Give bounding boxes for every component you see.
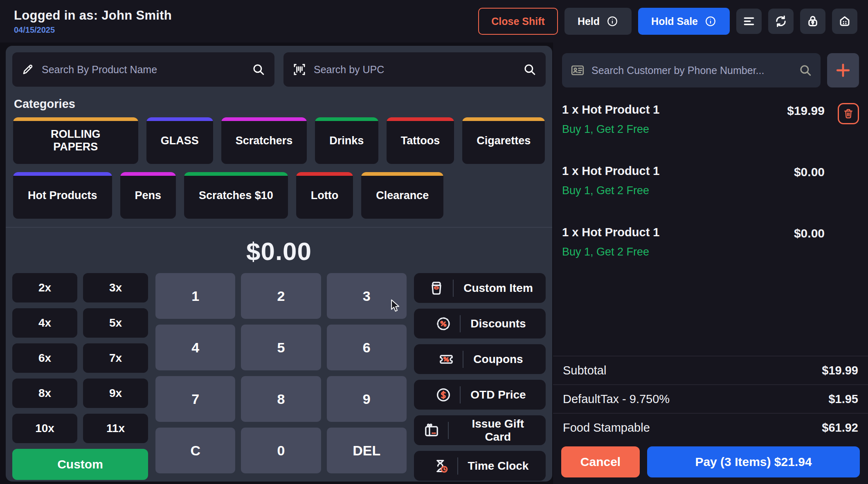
cart-item-remove-cell (825, 103, 859, 124)
category-cigarettes[interactable]: Cigarettes (462, 117, 545, 164)
key-9[interactable]: 9 (327, 376, 407, 422)
action-label: Issue Gift Card (459, 417, 537, 444)
cart-item-name: 1 x Hot Product 1 (562, 164, 755, 178)
cart-item-info: 1 x Hot Product 1 Buy 1, Get 2 Free (562, 164, 755, 197)
product-search-box[interactable] (12, 52, 274, 87)
search-icon[interactable] (252, 63, 265, 76)
totals-section: Subtotal $19.99 DefaultTax - 9.750% $1.9… (553, 356, 868, 484)
keypad-area: 2x 3x 4x 5x 6x 7x 8x 9x 10x 11x Custom 1… (6, 273, 552, 481)
cart-item-price: $0.00 (755, 226, 825, 240)
customer-search-input[interactable] (591, 65, 792, 76)
category-accent-bar (13, 117, 138, 121)
category-label: Pens (135, 189, 162, 202)
category-label: Lotto (311, 189, 338, 202)
multiplier-5x[interactable]: 5x (83, 308, 148, 338)
hold-sale-button[interactable]: Hold Sale (638, 8, 730, 35)
category-pens[interactable]: Pens (120, 172, 176, 219)
barcode-icon (292, 63, 306, 76)
cash-drawer-icon (838, 14, 852, 28)
menu-icon (742, 14, 756, 28)
lock-button[interactable] (800, 9, 825, 34)
multiplier-4x[interactable]: 4x (12, 308, 77, 338)
category-label: Cigarettes (477, 134, 531, 147)
key-4[interactable]: 4 (155, 325, 235, 370)
menu-button[interactable] (736, 9, 762, 34)
cart-item: 1 x Hot Product 1 Buy 1, Get 2 Free $0.0… (562, 164, 859, 208)
food-stampable-row: Food Stampable $61.92 (553, 413, 868, 441)
cart-item-promo: Buy 1, Get 2 Free (562, 246, 755, 258)
custom-item-button[interactable]: Custom Item (414, 273, 546, 303)
multiplier-2x[interactable]: 2x (12, 273, 77, 302)
multiplier-11x[interactable]: 11x (83, 414, 148, 443)
product-search-input[interactable] (42, 64, 244, 76)
held-button[interactable]: Held (564, 8, 632, 35)
multiplier-10x[interactable]: 10x (12, 414, 77, 443)
category-drinks[interactable]: Drinks (315, 117, 378, 164)
key-1[interactable]: 1 (155, 273, 235, 319)
upc-search-input[interactable] (314, 64, 515, 76)
key-5[interactable]: 5 (241, 325, 321, 370)
section-divider (6, 227, 552, 228)
category-label: GLASS (161, 134, 199, 147)
multiplier-7x[interactable]: 7x (83, 343, 148, 373)
category-label: Hot Products (28, 189, 97, 202)
search-icon[interactable] (523, 63, 537, 76)
lock-icon (806, 14, 820, 28)
multiplier-9x[interactable]: 9x (83, 379, 148, 408)
cart-item-name: 1 x Hot Product 1 (562, 226, 755, 239)
dollar-circle-icon (434, 387, 453, 403)
otd-price-button[interactable]: OTD Price (414, 380, 546, 410)
pay-button[interactable]: Pay (3 Items) $21.94 (647, 446, 860, 477)
cash-drawer-button[interactable] (832, 9, 857, 34)
action-divider (453, 280, 454, 297)
tax-row: DefaultTax - 9.750% $1.95 (553, 384, 868, 413)
key-6[interactable]: 6 (327, 325, 407, 370)
key-clear[interactable]: C (155, 428, 235, 473)
action-label: Discounts (470, 317, 526, 330)
upc-search-box[interactable] (283, 52, 546, 87)
key-2[interactable]: 2 (241, 273, 321, 319)
remove-item-button[interactable] (838, 103, 859, 124)
search-icon[interactable] (798, 63, 812, 77)
category-rolling-papers[interactable]: ROLLING PAPERS (13, 117, 138, 164)
issue-gift-card-button[interactable]: Issue Gift Card (414, 415, 546, 445)
multiplier-8x[interactable]: 8x (12, 379, 77, 408)
cart-item-price: $19.99 (755, 104, 825, 118)
key-3[interactable]: 3 (327, 273, 407, 319)
action-label: Coupons (473, 353, 523, 366)
category-hot-products[interactable]: Hot Products (13, 172, 112, 219)
cart-panel: 1 x Hot Product 1 Buy 1, Get 2 Free $19.… (553, 43, 868, 484)
category-scratches-10[interactable]: Scratches $10 (184, 172, 288, 219)
box-icon (427, 280, 446, 296)
category-accent-bar (184, 172, 288, 176)
category-clearance[interactable]: Clearance (361, 172, 443, 219)
cancel-button[interactable]: Cancel (561, 446, 640, 477)
discounts-button[interactable]: Discounts (414, 309, 546, 338)
time-clock-button[interactable]: Time Clock (414, 451, 546, 481)
cart-item-promo: Buy 1, Get 2 Free (562, 184, 755, 197)
custom-quantity-button[interactable]: Custom (12, 449, 148, 480)
key-7[interactable]: 7 (155, 376, 235, 422)
action-divider (460, 315, 461, 332)
category-label: Tattoos (401, 134, 440, 147)
close-shift-button[interactable]: Close Shift (478, 8, 558, 35)
cart-item-price: $0.00 (755, 165, 825, 179)
coupon-ticket-icon (436, 351, 456, 367)
tax-value: $1.95 (828, 392, 858, 406)
category-lotto[interactable]: Lotto (296, 172, 353, 219)
multiplier-3x[interactable]: 3x (83, 273, 148, 302)
multiplier-6x[interactable]: 6x (12, 343, 77, 373)
category-tattoos[interactable]: Tattoos (387, 117, 454, 164)
customer-search-box[interactable] (562, 53, 821, 87)
category-scratchers[interactable]: Scratchers (221, 117, 307, 164)
key-delete[interactable]: DEL (327, 428, 407, 473)
category-glass[interactable]: GLASS (146, 117, 213, 164)
amount-display: $0.00 (6, 237, 552, 266)
key-8[interactable]: 8 (241, 376, 321, 422)
top-bar: Logged in as: John Smith 04/15/2025 Clos… (0, 0, 868, 43)
sync-button[interactable] (768, 9, 794, 34)
add-customer-button[interactable] (827, 53, 859, 87)
trash-icon (842, 108, 855, 120)
coupons-button[interactable]: Coupons (414, 344, 546, 374)
key-0[interactable]: 0 (241, 428, 321, 473)
